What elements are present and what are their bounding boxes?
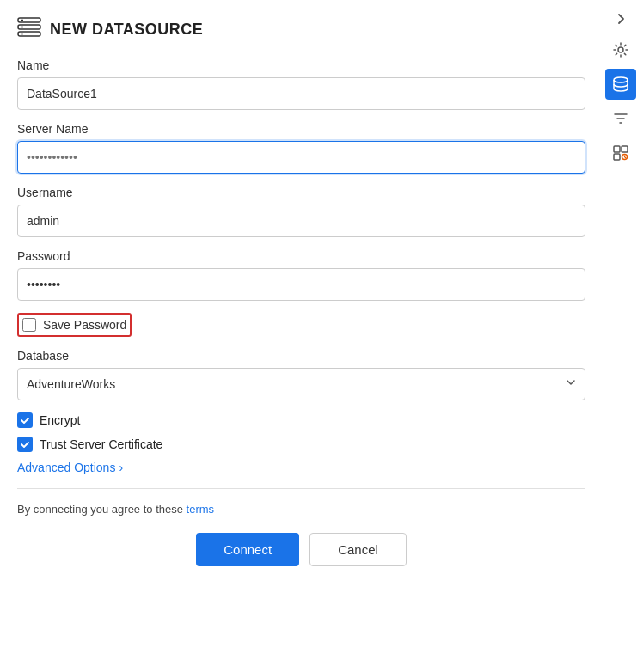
username-input[interactable] [17, 205, 585, 237]
cancel-button[interactable]: Cancel [309, 533, 407, 566]
save-password-label: Save Password [43, 318, 126, 332]
database-select[interactable]: AdventureWorks master tempdb model [17, 368, 585, 400]
svg-point-7 [614, 77, 628, 82]
advanced-options-label: Advanced Options [17, 461, 115, 474]
server-name-group: Server Name [17, 122, 585, 174]
svg-rect-10 [614, 154, 620, 160]
svg-rect-8 [614, 146, 620, 152]
sidebar-item-database[interactable] [605, 69, 636, 100]
server-name-label: Server Name [17, 122, 585, 136]
name-group: Name [17, 58, 585, 110]
svg-point-6 [618, 47, 623, 52]
terms-prefix: By connecting you agree to these [17, 503, 187, 516]
svg-rect-9 [622, 146, 628, 152]
username-group: Username [17, 186, 585, 237]
svg-rect-0 [18, 18, 40, 22]
save-password-checkbox[interactable] [22, 318, 36, 332]
footer-buttons: Connect Cancel [17, 533, 585, 566]
server-name-input[interactable] [17, 141, 585, 174]
trust-cert-checkbox[interactable] [17, 437, 33, 452]
page-header: NEW DATASOURCE [17, 17, 585, 41]
sidebar-chevron[interactable] [605, 7, 636, 31]
trust-cert-group: Trust Server Certificate [17, 437, 585, 452]
connect-button[interactable]: Connect [196, 533, 299, 566]
database-group: Database AdventureWorks master tempdb mo… [17, 349, 585, 400]
database-label: Database [17, 349, 585, 363]
username-label: Username [17, 186, 585, 199]
password-input[interactable] [17, 268, 585, 301]
trust-cert-label: Trust Server Certificate [40, 437, 162, 451]
password-group: Password [17, 249, 585, 301]
name-label: Name [17, 58, 585, 72]
page-title: NEW DATASOURCE [50, 21, 203, 39]
name-input[interactable] [17, 77, 585, 110]
datasource-icon [17, 17, 41, 41]
password-label: Password [17, 249, 585, 263]
terms-link[interactable]: terms [187, 503, 215, 516]
main-panel: NEW DATASOURCE Name Server Name Username… [0, 0, 603, 672]
divider [17, 488, 585, 489]
chevron-right-icon: › [119, 461, 123, 474]
advanced-options-link[interactable]: Advanced Options › [17, 461, 585, 474]
sidebar-item-settings[interactable] [605, 34, 636, 65]
encrypt-checkbox[interactable] [17, 412, 33, 428]
database-select-wrapper: AdventureWorks master tempdb model [17, 368, 585, 400]
encrypt-label: Encrypt [40, 413, 80, 427]
svg-rect-1 [18, 25, 40, 29]
sidebar-item-filter[interactable] [605, 103, 636, 134]
svg-rect-2 [18, 32, 40, 36]
sidebar-item-config[interactable] [605, 137, 636, 168]
sidebar [603, 0, 637, 672]
encrypt-group: Encrypt [17, 412, 585, 428]
save-password-container[interactable]: Save Password [17, 313, 132, 337]
terms-text: By connecting you agree to these terms [17, 503, 585, 516]
